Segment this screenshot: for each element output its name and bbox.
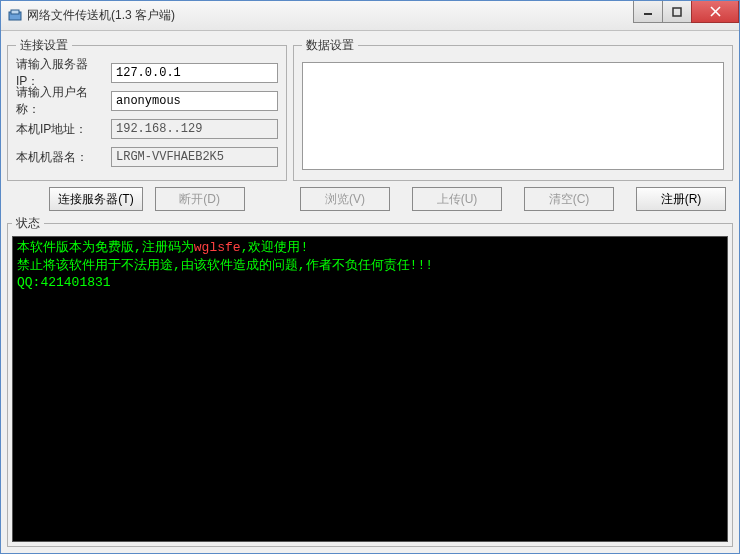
status-line3: QQ:421401831 [17,275,111,290]
clear-button[interactable]: 清空(C) [524,187,614,211]
local-ip-input [111,119,278,139]
connection-legend: 连接设置 [16,37,72,54]
top-panels: 连接设置 请输入服务器IP： 请输入用户名称： 本机IP地址： 本机机器名： [7,37,733,181]
machine-name-label: 本机机器名： [16,149,111,166]
status-line1-code: wglsfe [194,240,241,255]
data-settings-legend: 数据设置 [302,37,358,54]
status-group: 状态 本软件版本为免费版,注册码为wglsfe,欢迎使用! 禁止将该软件用于不法… [7,215,733,547]
username-input[interactable] [111,91,278,111]
svg-rect-3 [673,8,681,16]
local-ip-label: 本机IP地址： [16,121,111,138]
local-ip-row: 本机IP地址： [16,118,278,140]
window-controls [634,1,739,23]
connect-button[interactable]: 连接服务器(T) [49,187,142,211]
minimize-button[interactable] [633,1,663,23]
browse-button[interactable]: 浏览(V) [300,187,390,211]
titlebar[interactable]: 网络文件传送机(1.3 客户端) [1,1,739,31]
close-button[interactable] [691,1,739,23]
data-settings-group: 数据设置 [293,37,733,181]
client-area: 连接设置 请输入服务器IP： 请输入用户名称： 本机IP地址： 本机机器名： [1,31,739,553]
data-buttons: 浏览(V) 上传(U) 清空(C) 注册(R) [293,187,733,211]
upload-button[interactable]: 上传(U) [412,187,502,211]
data-list[interactable] [302,62,724,170]
maximize-button[interactable] [662,1,692,23]
status-line1-post: ,欢迎使用! [241,240,309,255]
connection-settings-group: 连接设置 请输入服务器IP： 请输入用户名称： 本机IP地址： 本机机器名： [7,37,287,181]
minimize-icon [643,7,653,17]
status-line2: 禁止将该软件用于不法用途,由该软件造成的问题,作者不负任何责任!!! [17,258,433,273]
server-ip-input[interactable] [111,63,278,83]
app-window: 网络文件传送机(1.3 客户端) 连接设置 请输入服务器IP： 请输入用 [0,0,740,554]
close-icon [710,6,721,17]
button-row: 连接服务器(T) 断开(D) 浏览(V) 上传(U) 清空(C) 注册(R) [7,185,733,211]
server-ip-row: 请输入服务器IP： [16,62,278,84]
machine-name-input [111,147,278,167]
connection-buttons: 连接服务器(T) 断开(D) [7,187,287,211]
register-button[interactable]: 注册(R) [636,187,726,211]
window-title: 网络文件传送机(1.3 客户端) [27,7,175,24]
app-icon [7,8,23,24]
machine-name-row: 本机机器名： [16,146,278,168]
status-console[interactable]: 本软件版本为免费版,注册码为wglsfe,欢迎使用! 禁止将该软件用于不法用途,… [12,236,728,542]
status-legend: 状态 [12,215,44,232]
username-label: 请输入用户名称： [16,84,111,118]
disconnect-button[interactable]: 断开(D) [155,187,245,211]
username-row: 请输入用户名称： [16,90,278,112]
maximize-icon [672,7,682,17]
svg-rect-1 [11,10,19,14]
status-line1-pre: 本软件版本为免费版,注册码为 [17,240,194,255]
